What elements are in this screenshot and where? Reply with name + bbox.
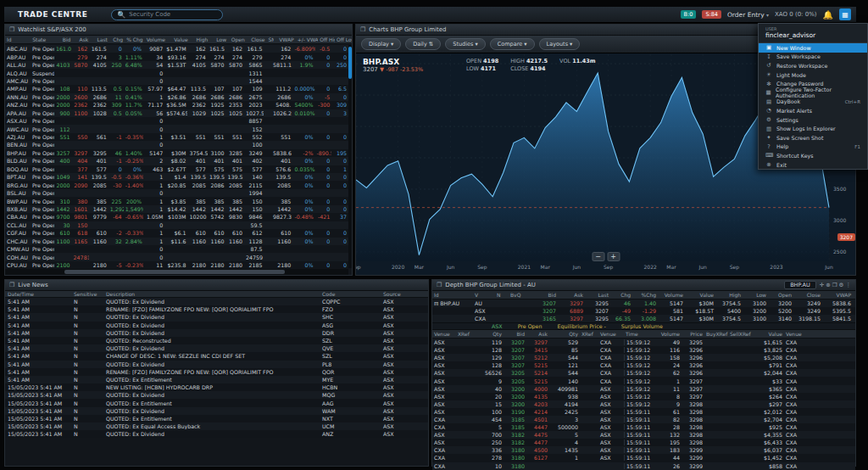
column-header[interactable]: Close: [247, 36, 267, 43]
column-header[interactable]: Chg: [109, 36, 125, 43]
column-header[interactable]: Id: [5, 36, 31, 43]
column-header[interactable]: Date/Time: [5, 291, 71, 297]
table-row[interactable]: CXA31653297329566.353.0085147$30M3754.53…: [432, 315, 855, 322]
watchlist-header[interactable]: ❐ Watchlist S&P/ASX 200: [5, 25, 352, 36]
table-row[interactable]: 15/05/2023 5:41 AMNQUOTED: Ex Equal Acce…: [5, 422, 428, 430]
table-row[interactable]: ABP.AUPre Open27927431.11%34$93.16274274…: [5, 53, 348, 60]
column-header[interactable]: Time: [624, 330, 658, 338]
chart-toolbar-button[interactable]: Daily ⇅: [405, 38, 441, 50]
column-header[interactable]: Venue: [432, 330, 456, 338]
depth-header-icon[interactable]: ⋮: [846, 282, 852, 288]
table-row[interactable]: ASX100319042142425ASX15:59:11613298$2,01…: [432, 408, 855, 416]
menu-item-restore-workspace[interactable]: ↺Restore Workspace: [759, 61, 867, 70]
table-row[interactable]: ASX12832075215121CXA15:59:12243296$791CX…: [432, 361, 855, 369]
chart-toolbar-button[interactable]: Display ▾: [361, 38, 401, 50]
order-entry-dropdown[interactable]: Order Entry ▾: [727, 11, 769, 19]
column-header[interactable]: %Chg: [632, 291, 658, 299]
column-header[interactable]: Volume: [658, 330, 682, 338]
table-row[interactable]: BHP.AUPre Open325732973295461.40%5147$30…: [5, 149, 348, 157]
table-row[interactable]: ⊟ BHP.AUAU320732973295461.405147$30M3754…: [432, 299, 855, 307]
menu-item-market-alerts[interactable]: ◔Market Alerts: [759, 106, 867, 115]
menu-item-save-screen-shot[interactable]: ✦Save Screen Shot: [759, 133, 867, 143]
column-header[interactable]: High: [190, 36, 210, 43]
table-row[interactable]: ASX5652632055214544CXA15:59:12623296$2,0…: [432, 369, 855, 377]
table-row[interactable]: ASX11932073297529CXA15:59:12493295$1,615…: [432, 339, 855, 346]
table-row[interactable]: ALL.AUPre Open4103587041052506.48%54$1.5…: [5, 61, 348, 69]
table-row[interactable]: ASX2032004135938ASX15:59:1283297$264CXA: [432, 393, 855, 400]
table-row[interactable]: AMC.AUPre Open01544: [5, 77, 348, 85]
column-header[interactable]: Off High: [318, 36, 335, 43]
column-header[interactable]: XRef: [580, 330, 598, 338]
table-row[interactable]: 15/05/2023 5:41 AMNQUOTED: Ex Entitlemen…: [5, 399, 428, 406]
column-header[interactable]: Venue: [784, 330, 808, 338]
column-header[interactable]: Ask: [72, 36, 90, 43]
table-row[interactable]: BOQ.AUPre Open37757700%463$2.67T57757557…: [5, 165, 348, 173]
depth-header-icon[interactable]: ❐: [832, 282, 839, 288]
table-row[interactable]: ASX932055215140CXA15:59:1213297$33CXA: [432, 377, 855, 384]
table-row[interactable]: CHC.AUPre Open110011651160322.84%1$11.61…: [5, 238, 348, 245]
watchlist-horizontal-scrollbar[interactable]: [5, 269, 348, 275]
table-row[interactable]: ASX700318244755ASX15:59:111323298$4,355C…: [432, 431, 855, 439]
table-row[interactable]: BSL.AUPre Open01994: [5, 189, 348, 197]
table-row[interactable]: COH.AUPre Open24781024759: [5, 253, 348, 260]
table-row[interactable]: ASX15320042034194ASX15:59:1293298$297CXA: [432, 400, 855, 408]
column-header[interactable]: Description: [103, 291, 320, 297]
column-header[interactable]: Volume: [658, 291, 685, 299]
table-row[interactable]: 5:41 AMNQUOTED: Ex EntitlementMYEASX: [5, 376, 428, 383]
column-header[interactable]: BvQ: [509, 291, 531, 299]
table-row[interactable]: ASX4032004000409981ASX15:59:12113297$365…: [432, 385, 855, 393]
table-row[interactable]: AMP.AUPre Open108110113.50.50.15%57.97$6…: [5, 85, 348, 92]
column-header[interactable]: Close: [793, 291, 822, 299]
table-row[interactable]: 5:41 AMNQUOTED: Ex DividendDDRASX: [5, 329, 428, 337]
notifications-bell-icon[interactable]: 🔔: [823, 10, 833, 20]
column-header[interactable]: SN: [266, 36, 274, 43]
column-header[interactable]: Qty: [549, 330, 580, 338]
table-row[interactable]: ABC.AUPre Open161.0162161.500%9087$1.47M…: [5, 45, 348, 53]
table-row[interactable]: CXA531854447500000ASX15:59:11283298$925C…: [432, 423, 855, 431]
security-search-input[interactable]: 🔍 Security Code: [111, 9, 223, 20]
column-header[interactable]: BuyXRef: [704, 330, 728, 338]
column-header[interactable]: Id: [432, 291, 473, 299]
table-row[interactable]: CPU.AUPre Open21002180-5-0.23%11$235.821…: [5, 261, 348, 268]
column-header[interactable]: Source: [381, 291, 425, 297]
table-row[interactable]: BPT.AUPre Open1049141139.5-0.5-0.36%1$1.…: [5, 173, 348, 181]
column-header[interactable]: Bid: [504, 330, 526, 338]
table-row[interactable]: 15/05/2023 5:41 AMNNEW LISTING: [HCBN] H…: [5, 383, 428, 391]
chart-toolbar-button[interactable]: Studies ▾: [445, 38, 485, 50]
column-header[interactable]: Venue: [598, 330, 624, 338]
table-row[interactable]: ALQ.AUSuspend01311: [5, 69, 348, 76]
table-row[interactable]: 5:41 AMNRENAME: [FZO] FAMILYZONE FPO NEW…: [5, 305, 428, 313]
table-row[interactable]: 5:41 AMNQUOTED: Ex DividendSHCASX: [5, 313, 428, 321]
menu-item-shortcut-keys[interactable]: ⌨Shortcut Keys: [759, 151, 867, 160]
table-row[interactable]: 5:41 AMNCHANGE OF DESC: 1 NEW: SEZZLE IN…: [5, 352, 428, 360]
table-row[interactable]: CXA336318045001435ASX15:59:111833299$6,0…: [432, 446, 855, 454]
column-header[interactable]: Bid: [531, 291, 558, 299]
column-header[interactable]: Qty: [475, 330, 504, 338]
table-row[interactable]: AWC.AUPre Open1120152: [5, 125, 348, 132]
menu-item-settings[interactable]: ⚙Settings: [759, 115, 867, 125]
table-row[interactable]: CMW.AUPre Open087.5: [5, 245, 348, 253]
menu-item-light-mode[interactable]: ☀Light Mode: [759, 70, 867, 80]
table-row[interactable]: CXA10318015:59:11263299$858CXA: [432, 462, 855, 470]
depth-header[interactable]: ❐ Depth BHP Group Limited - AU BHP.AU ✛ …: [432, 280, 855, 291]
column-header[interactable]: Last: [90, 36, 109, 43]
depth-header-icon[interactable]: ⊕: [826, 282, 832, 288]
table-row[interactable]: BXB.AUPre Open1442160114421,2921,549%1$1…: [5, 205, 348, 213]
table-row[interactable]: 15/05/2023 5:41 AMNQUOTED: Ex DividendWA…: [5, 407, 428, 415]
table-row[interactable]: BEN.AUPre Open0100: [5, 141, 348, 148]
table-row[interactable]: ANZ.AUPre Open20002362236230911.7%71.17$…: [5, 101, 348, 109]
column-header[interactable]: % Chg: [125, 36, 145, 43]
column-header[interactable]: +/- VWAP: [296, 36, 318, 43]
column-header[interactable]: Chg: [610, 291, 632, 299]
column-header[interactable]: Value: [685, 291, 715, 299]
table-row[interactable]: ASX12932075212544CXA15:59:121583296$5,20…: [432, 354, 855, 361]
table-row[interactable]: 15/05/2023 5:41 AMNQUOTED: Ex DividendMQ…: [5, 391, 428, 399]
table-row[interactable]: 5:41 AMNQUOTED: Ex DividendCQPPCASX: [5, 298, 428, 305]
column-header[interactable]: Sensitive: [71, 291, 103, 297]
column-header[interactable]: Price: [682, 330, 704, 338]
table-row[interactable]: ASX1283207341585CXA15:59:121163296$3,825…: [432, 346, 855, 354]
menu-item-help[interactable]: ?HelpF1: [759, 143, 867, 152]
column-header[interactable]: Value: [752, 330, 784, 338]
news-header[interactable]: ❐ Live News: [5, 280, 428, 291]
table-row[interactable]: 5:41 AMNQUOTED: Ex DividendQVEASX: [5, 344, 428, 352]
